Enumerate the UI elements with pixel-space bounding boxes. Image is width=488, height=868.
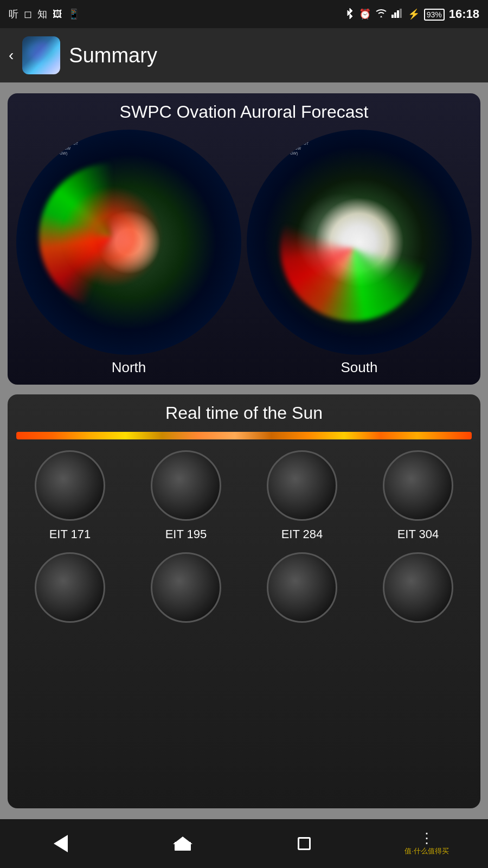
- sun-card: Real time of the Sun EIT 171 EIT 195 EIT…: [8, 394, 480, 808]
- wifi-icon: [375, 8, 387, 21]
- back-nav-icon: [54, 835, 68, 852]
- list-item[interactable]: EIT 171: [16, 450, 124, 541]
- list-item[interactable]: [16, 552, 124, 623]
- list-item[interactable]: [132, 552, 240, 623]
- eit-284-label: EIT 284: [281, 527, 323, 541]
- svg-rect-3: [400, 9, 402, 18]
- south-aurora-map[interactable]: Aurora Forecast OVATION-Prime Model Fore…: [247, 130, 472, 355]
- sun-items-grid: EIT 171 EIT 195 EIT 284 EIT 304: [16, 450, 472, 541]
- svg-rect-2: [397, 10, 399, 18]
- south-map-info: Aurora Forecast OVATION-Prime Model Fore…: [249, 131, 309, 156]
- sun-items-grid-bottom: [16, 552, 472, 623]
- list-item[interactable]: [248, 552, 356, 623]
- north-probability: Probability of Visible Aurora 10%50%90%: [18, 333, 76, 352]
- eit-304-label: EIT 304: [397, 527, 439, 541]
- eit-195-label: EIT 195: [165, 527, 207, 541]
- app-icon: [22, 36, 60, 74]
- south-probability: Probability of Visible Aurora 10%50%90%: [249, 333, 307, 352]
- list-item[interactable]: [364, 552, 472, 623]
- back-button[interactable]: ‹: [9, 47, 14, 64]
- main-content: SWPC Ovation Auroral Forecast Aurora For…: [0, 82, 488, 819]
- home-nav-button[interactable]: [161, 827, 204, 860]
- south-aurora-glow-inner: [296, 193, 386, 283]
- svg-rect-0: [391, 15, 394, 18]
- home-nav-icon: [175, 837, 191, 851]
- time-display: 16:18: [449, 7, 479, 21]
- south-label: South: [341, 359, 378, 376]
- sun-card-title: Real time of the Sun: [16, 403, 472, 423]
- aurora-maps-container: Aurora Forecast OVATION-Prime Model Fore…: [16, 130, 472, 376]
- signal-icon: [391, 8, 403, 21]
- list-item[interactable]: EIT 284: [248, 450, 356, 541]
- clipboard-icon: ◻: [24, 8, 32, 20]
- recents-nav-button[interactable]: [282, 827, 326, 860]
- status-right-icons: ⏰ ⚡ 93% 16:18: [345, 7, 479, 22]
- alarm-icon: ⏰: [359, 8, 371, 20]
- list-item[interactable]: EIT 304: [364, 450, 472, 541]
- south-map-container: Aurora Forecast OVATION-Prime Model Fore…: [247, 130, 472, 376]
- sun-wavelength-strip: [16, 432, 472, 439]
- eit-284-image[interactable]: [267, 450, 337, 521]
- sun-item-bottom-2[interactable]: [151, 552, 221, 623]
- north-aurora-glow-inner: [61, 186, 163, 288]
- top-bar: ‹ Summary: [0, 28, 488, 82]
- back-nav-button[interactable]: [39, 827, 82, 860]
- device-icon: 📱: [68, 8, 80, 20]
- north-label: North: [112, 359, 146, 376]
- eit-195-image[interactable]: [151, 450, 221, 521]
- sun-item-bottom-1[interactable]: [35, 552, 105, 623]
- aurora-forecast-title: SWPC Ovation Auroral Forecast: [16, 102, 472, 122]
- eit-171-label: EIT 171: [49, 527, 91, 541]
- notification-icon: 知: [37, 8, 47, 21]
- svg-rect-1: [394, 12, 396, 18]
- bottom-navigation: ⋮ 值·什么值得买: [0, 819, 488, 868]
- north-map-container: Aurora Forecast OVATION-Prime Model Fore…: [16, 130, 241, 376]
- list-item[interactable]: EIT 195: [132, 450, 240, 541]
- recents-nav-icon: [298, 837, 311, 850]
- sun-item-bottom-3[interactable]: [267, 552, 337, 623]
- sun-item-bottom-4[interactable]: [383, 552, 453, 623]
- eit-304-image[interactable]: [383, 450, 453, 521]
- more-nav-button[interactable]: ⋮ 值·什么值得买: [404, 831, 449, 856]
- eit-171-image[interactable]: [35, 450, 105, 521]
- aurora-forecast-card: SWPC Ovation Auroral Forecast Aurora For…: [8, 93, 480, 385]
- north-aurora-map[interactable]: Aurora Forecast OVATION-Prime Model Fore…: [16, 130, 241, 355]
- status-left-icons: 听 ◻ 知 🖼 📱: [9, 8, 80, 21]
- audio-icon: 听: [9, 8, 18, 21]
- more-nav-icon: ⋮: [420, 831, 434, 845]
- north-map-info: Aurora Forecast OVATION-Prime Model Fore…: [18, 131, 78, 156]
- status-bar: 听 ◻ 知 🖼 📱 ⏰ ⚡ 93% 16:18: [0, 0, 488, 28]
- battery-indicator: 93%: [424, 9, 445, 20]
- charging-icon: ⚡: [408, 8, 420, 20]
- image-icon: 🖼: [53, 9, 62, 20]
- more-nav-label: 值·什么值得买: [404, 846, 449, 856]
- page-title: Summary: [69, 44, 157, 67]
- bluetooth-icon: [345, 7, 355, 22]
